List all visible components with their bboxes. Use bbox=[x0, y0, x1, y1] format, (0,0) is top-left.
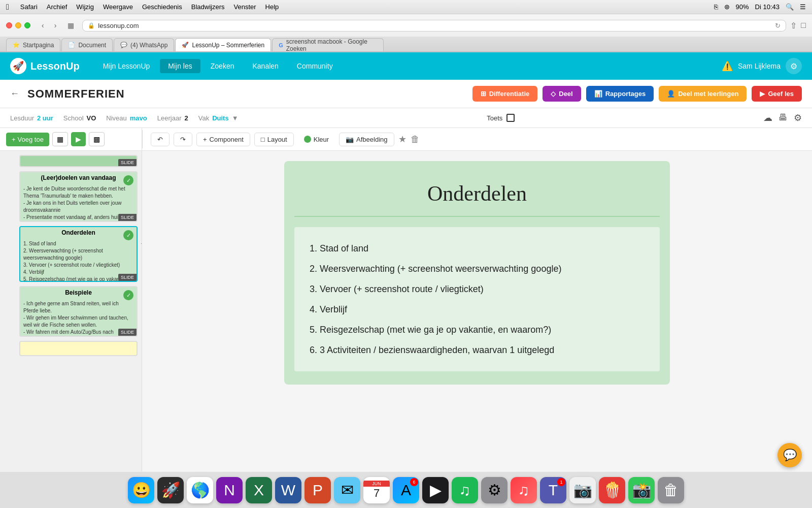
differentiatie-button[interactable]: ⊞ Differentiatie bbox=[472, 86, 537, 102]
nav-community[interactable]: Community bbox=[289, 59, 341, 73]
leerlingen-icon: 👤 bbox=[667, 90, 675, 98]
tab-lessonup[interactable]: 🚀 LessonUp – Sommerferien bbox=[175, 38, 271, 51]
dock-mail[interactable]: ✉ bbox=[334, 477, 360, 503]
geef-les-button[interactable]: ▶ Geef les bbox=[752, 86, 802, 102]
slide-item-16-top[interactable]: 16 SLIDE bbox=[4, 155, 138, 167]
dock-teams[interactable]: T 1 bbox=[540, 477, 566, 503]
tab-favicon-whatsapp: 💬 bbox=[120, 42, 127, 48]
rocket-icon: 🚀 bbox=[13, 60, 24, 72]
print-icon[interactable]: 🖶 bbox=[779, 112, 788, 123]
favorite-button[interactable]: ★ bbox=[398, 134, 407, 145]
menu-bladwijzers[interactable]: Bladwijzers bbox=[191, 3, 225, 11]
dock-appletv[interactable]: ▶ bbox=[422, 477, 449, 503]
dock-launchpad[interactable]: 🚀 bbox=[157, 477, 184, 503]
present-button[interactable]: ▶ bbox=[71, 132, 86, 146]
new-tab-icon[interactable]: □ bbox=[801, 21, 806, 30]
tab-favicon-lessonup: 🚀 bbox=[182, 42, 189, 48]
vak-dropdown-icon[interactable]: ▼ bbox=[232, 114, 239, 122]
lesson-title: SOMMERFERIEN bbox=[27, 87, 125, 101]
tab-startpagina[interactable]: ⭐ Startpagina bbox=[6, 38, 60, 51]
vak-value[interactable]: Duits bbox=[212, 114, 229, 122]
tabs-bar: ⭐ Startpagina 📄 Document 💬 (4) WhatsApp … bbox=[0, 37, 812, 52]
lesduur-value[interactable]: 2 uur bbox=[37, 114, 53, 122]
dock-onenote[interactable]: N bbox=[216, 477, 243, 503]
close-window-button[interactable] bbox=[6, 22, 12, 28]
dock-photos[interactable]: 📷 bbox=[569, 477, 596, 503]
control-center-icon[interactable]: ☰ bbox=[800, 3, 806, 11]
dock-music[interactable]: ♫ bbox=[511, 477, 537, 503]
back-to-lessons-button[interactable]: ← bbox=[10, 88, 19, 99]
kleur-label: Kleur bbox=[314, 136, 329, 143]
menu-weergave[interactable]: Weergave bbox=[103, 3, 133, 11]
address-bar[interactable]: 🔒 lessonup.com ↻ bbox=[82, 20, 786, 31]
slide-label-16-top: SLIDE bbox=[118, 159, 137, 166]
deel-button[interactable]: ◇ Deel bbox=[543, 86, 581, 102]
dock-powerpoint[interactable]: P bbox=[304, 477, 331, 503]
school-value[interactable]: VO bbox=[87, 114, 96, 122]
rapportages-button[interactable]: 📊 Rapportages bbox=[586, 86, 654, 102]
share-icon[interactable]: ⇧ bbox=[790, 21, 797, 30]
main-slide[interactable]: Onderdelen 1. Stad of land 2. Weersverwa… bbox=[284, 161, 670, 385]
settings-button[interactable]: ⚙ bbox=[786, 58, 802, 74]
chat-bubble-button[interactable]: 💬 bbox=[777, 443, 802, 467]
component-button[interactable]: + Component bbox=[196, 133, 250, 146]
voeg-toe-button[interactable]: + Voeg toe bbox=[6, 133, 49, 146]
dock-calendar[interactable]: JUN 7 bbox=[363, 477, 390, 503]
back-button[interactable]: ‹ bbox=[39, 20, 47, 30]
nav-kanalen[interactable]: Kanalen bbox=[244, 59, 286, 73]
meta-niveau: Niveau mavo bbox=[106, 114, 147, 122]
tab-document[interactable]: 📄 Document bbox=[61, 38, 113, 51]
dock-word[interactable]: W bbox=[275, 477, 301, 503]
dock-excel[interactable]: X bbox=[246, 477, 272, 503]
slide-title-17: Onderdelen bbox=[20, 227, 137, 238]
cloud-icon[interactable]: ☁ bbox=[763, 112, 772, 123]
layout-button[interactable]: □ Layout bbox=[254, 133, 294, 146]
menu-safari[interactable]: Safari bbox=[20, 3, 38, 11]
dock-facetime[interactable]: 📸 bbox=[628, 477, 655, 503]
redo-button[interactable]: ↷ bbox=[174, 133, 192, 146]
dock-finder[interactable]: 😀 bbox=[128, 477, 154, 503]
deel-leerlingen-button[interactable]: 👤 Deel met leerlingen bbox=[659, 86, 747, 102]
dock-trash[interactable]: 🗑 bbox=[658, 477, 684, 503]
slide-title-leerdoelen: (Leer)doelen van vandaag bbox=[20, 172, 137, 183]
kleur-button[interactable]: Kleur bbox=[298, 133, 335, 146]
slide-item-16-leerdoelen[interactable]: (Leer)doelen van vandaag - Je kent de Du… bbox=[4, 171, 138, 222]
apple-menu[interactable]:  bbox=[6, 3, 9, 12]
layout-view-button[interactable]: ▩ bbox=[89, 132, 105, 146]
toets-checkbox[interactable] bbox=[506, 114, 515, 122]
dock-appstore[interactable]: A 6 bbox=[393, 477, 419, 503]
menu-wijzig[interactable]: Wijzig bbox=[76, 3, 94, 11]
afbeelding-button[interactable]: 📷 Afbeelding bbox=[339, 133, 394, 146]
minimize-window-button[interactable] bbox=[15, 22, 21, 28]
dock-systemprefs[interactable]: ⚙ bbox=[481, 477, 507, 503]
menu-venster[interactable]: Venster bbox=[234, 3, 256, 11]
nav-mijn-lessonup[interactable]: Mijn LessonUp bbox=[95, 59, 158, 73]
menu-help[interactable]: Help bbox=[265, 3, 279, 11]
maximize-window-button[interactable] bbox=[24, 22, 30, 28]
slide-item-18[interactable]: 18 Beispiele - Ich gehe gerne am Strand … bbox=[4, 286, 138, 337]
duplicate-button[interactable]: ▦ bbox=[52, 132, 68, 146]
search-icon[interactable]: 🔍 bbox=[786, 3, 794, 11]
tab-screenshot[interactable]: G screenshot macbook - Google Zoeken bbox=[272, 38, 384, 51]
undo-button[interactable]: ↶ bbox=[151, 133, 170, 146]
dock: 😀 🚀 🌎 N X W P ✉ JUN 7 A 6 ▶ ♫ ⚙ ♫ T 1 📷 … bbox=[0, 471, 812, 508]
rapportages-icon: 📊 bbox=[594, 90, 602, 98]
leerjaar-value[interactable]: 2 bbox=[184, 114, 188, 122]
nav-mijn-les[interactable]: Mijn les bbox=[160, 59, 200, 73]
nav-zoeken[interactable]: Zoeken bbox=[202, 59, 243, 73]
layout-icon: □ bbox=[261, 136, 265, 143]
reload-button[interactable]: ↻ bbox=[775, 22, 781, 29]
slide-item-bottom-partial[interactable] bbox=[4, 341, 138, 356]
menu-archief[interactable]: Archief bbox=[47, 3, 67, 11]
tab-whatsapp[interactable]: 💬 (4) WhatsApp bbox=[114, 38, 174, 51]
dock-popcorn[interactable]: 🍿 bbox=[599, 477, 625, 503]
gear-icon[interactable]: ⚙ bbox=[794, 112, 802, 123]
niveau-value[interactable]: mavo bbox=[130, 114, 147, 122]
delete-button[interactable]: 🗑 bbox=[411, 134, 420, 145]
forward-button[interactable]: › bbox=[51, 20, 60, 30]
tab-overview-button[interactable]: ▦ bbox=[63, 20, 78, 30]
menu-geschiedenis[interactable]: Geschiedenis bbox=[142, 3, 182, 11]
dock-spotify[interactable]: ♫ bbox=[452, 477, 478, 503]
dock-safari[interactable]: 🌎 bbox=[187, 477, 213, 503]
slide-item-17[interactable]: 17 Onderdelen 1. Stad of land 2. Weersve… bbox=[4, 226, 138, 282]
